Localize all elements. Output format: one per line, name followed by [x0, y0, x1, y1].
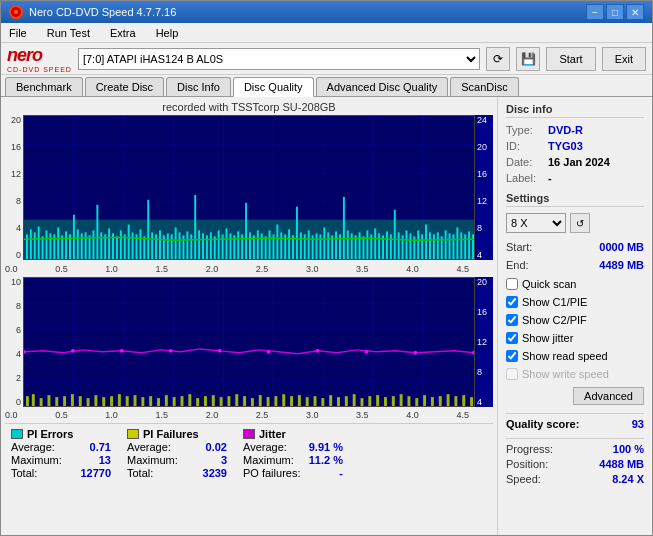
svg-rect-67: [222, 234, 224, 259]
chart-title: recorded with TSSTcorp SU-208GB: [5, 101, 493, 113]
pi-failures-max-row: Maximum: 3: [127, 454, 227, 466]
menu-file[interactable]: File: [5, 27, 31, 39]
svg-rect-125: [449, 233, 451, 259]
start-mb-label: Start:: [506, 241, 532, 253]
svg-rect-111: [394, 210, 396, 259]
bx-3.0: 3.0: [306, 410, 319, 420]
svg-rect-179: [282, 394, 285, 406]
c1pie-checkbox[interactable]: [506, 296, 518, 308]
svg-rect-82: [280, 232, 282, 259]
jitter-color: [243, 429, 255, 439]
write-speed-row: Show write speed: [506, 368, 644, 380]
jitter-header: Jitter: [243, 428, 343, 440]
svg-rect-34: [92, 230, 94, 259]
tab-disc-quality[interactable]: Disc Quality: [233, 77, 314, 97]
pi-failures-color: [127, 429, 139, 439]
svg-rect-48: [147, 200, 149, 259]
svg-rect-103: [362, 236, 364, 259]
svg-rect-159: [126, 396, 129, 406]
svg-rect-173: [235, 394, 238, 406]
svg-rect-149: [47, 395, 50, 406]
c1pie-label: Show C1/PIE: [522, 296, 587, 308]
save-icon-button[interactable]: 💾: [516, 47, 540, 71]
pi-failures-label: PI Failures: [143, 428, 199, 440]
top-y-16: 16: [5, 142, 21, 152]
svg-point-211: [364, 350, 368, 354]
advanced-button[interactable]: Advanced: [573, 387, 644, 405]
x-3.5: 3.5: [356, 264, 369, 274]
svg-rect-199: [439, 396, 442, 406]
jitter-max-value: 11.2 %: [309, 454, 343, 466]
drive-select[interactable]: [7:0] ATAPI iHAS124 B AL0S: [78, 48, 481, 70]
svg-rect-22: [46, 230, 48, 259]
bot-y-0: 0: [5, 397, 21, 407]
bx-0.5: 0.5: [55, 410, 68, 420]
bot-yr-8: 8: [477, 367, 493, 377]
svg-rect-158: [118, 394, 121, 406]
refresh-icon-button[interactable]: ⟳: [486, 47, 510, 71]
svg-rect-50: [155, 234, 157, 259]
svg-rect-129: [464, 234, 466, 259]
write-speed-checkbox[interactable]: [506, 368, 518, 380]
write-speed-label: Show write speed: [522, 368, 609, 380]
svg-rect-110: [390, 234, 392, 259]
svg-rect-119: [425, 224, 427, 259]
progress-label: Progress:: [506, 443, 553, 455]
start-button[interactable]: Start: [546, 47, 595, 71]
c1pie-row: Show C1/PIE: [506, 296, 644, 308]
svg-rect-166: [181, 396, 184, 406]
tab-disc-info[interactable]: Disc Info: [166, 77, 231, 96]
jitter-max-row: Maximum: 11.2 %: [243, 454, 343, 466]
bottom-x-axis: 0.0 0.5 1.0 1.5 2.0 2.5 3.0 3.5 4.0 4.5: [5, 410, 493, 420]
disc-date-label: Date:: [506, 156, 544, 168]
stats-bar: PI Errors Average: 0.71 Maximum: 13 Tota…: [5, 423, 493, 483]
read-speed-checkbox[interactable]: [506, 350, 518, 362]
minimize-button[interactable]: −: [586, 4, 604, 20]
svg-rect-62: [202, 233, 204, 259]
pi-failures-stats: PI Failures Average: 0.02 Maximum: 3 Tot…: [127, 428, 227, 479]
svg-rect-97: [339, 234, 341, 259]
quick-scan-checkbox[interactable]: [506, 278, 518, 290]
progress-row: Progress: 100 %: [506, 443, 644, 455]
menu-help[interactable]: Help: [152, 27, 183, 39]
jitter-checkbox[interactable]: [506, 332, 518, 344]
svg-rect-130: [468, 231, 470, 259]
svg-rect-127: [456, 227, 458, 259]
jitter-avg-value: 9.91 %: [309, 441, 343, 453]
speed-select[interactable]: 8 X: [506, 213, 566, 233]
tab-benchmark[interactable]: Benchmark: [5, 77, 83, 96]
svg-rect-198: [431, 397, 434, 406]
pi-errors-max-label: Maximum:: [11, 454, 62, 466]
svg-rect-170: [212, 395, 215, 406]
bx-2.0: 2.0: [206, 410, 219, 420]
disc-label-label: Label:: [506, 172, 544, 184]
exit-button[interactable]: Exit: [602, 47, 646, 71]
title-bar: Nero CD-DVD Speed 4.7.7.16 − □ ✕: [1, 1, 652, 23]
disc-type-value: DVD-R: [548, 124, 583, 136]
maximize-button[interactable]: □: [606, 4, 624, 20]
svg-rect-122: [437, 232, 439, 259]
quick-scan-row: Quick scan: [506, 278, 644, 290]
c2pif-checkbox[interactable]: [506, 314, 518, 326]
bot-yr-12: 12: [477, 337, 493, 347]
bot-yr-20: 20: [477, 277, 493, 287]
jitter-avg-label: Average:: [243, 441, 287, 453]
close-button[interactable]: ✕: [626, 4, 644, 20]
tab-create-disc[interactable]: Create Disc: [85, 77, 164, 96]
quality-score-row: Quality score: 93: [506, 413, 644, 430]
disc-label-row: Label: -: [506, 172, 644, 184]
svg-point-207: [169, 349, 173, 353]
x-1.0: 1.0: [105, 264, 118, 274]
tab-advanced-disc-quality[interactable]: Advanced Disc Quality: [316, 77, 449, 96]
x-0.5: 0.5: [55, 264, 68, 274]
tab-scandisc[interactable]: ScanDisc: [450, 77, 518, 96]
menu-run-test[interactable]: Run Test: [43, 27, 94, 39]
menu-extra[interactable]: Extra: [106, 27, 140, 39]
svg-rect-72: [241, 234, 243, 259]
speed-refresh-button[interactable]: ↺: [570, 213, 590, 233]
jitter-po-value: -: [339, 467, 343, 479]
top-chart-svg: [23, 115, 475, 260]
svg-rect-115: [409, 233, 411, 259]
pi-errors-stats: PI Errors Average: 0.71 Maximum: 13 Tota…: [11, 428, 111, 479]
top-y-12: 12: [5, 169, 21, 179]
